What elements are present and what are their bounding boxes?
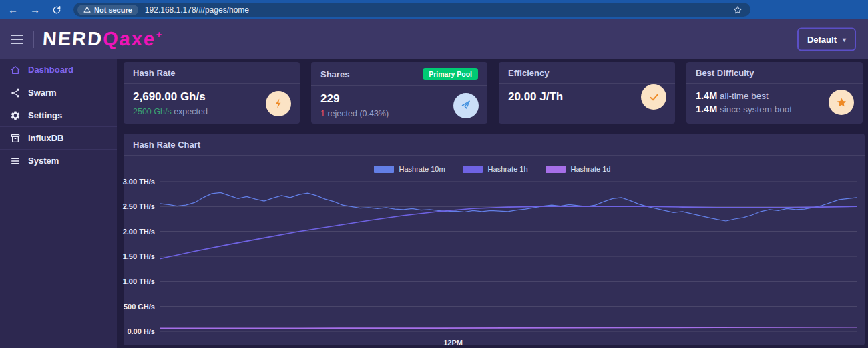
legend-swatch	[374, 166, 394, 173]
profile-selector-button[interactable]: Default ▾	[797, 27, 856, 51]
y-axis-tick: 0.00 H/s	[127, 327, 155, 335]
legend-label: Hashrate 10m	[399, 165, 445, 173]
y-axis-tick: 2.50 TH/s	[123, 202, 155, 210]
y-axis-tick: 1.00 TH/s	[123, 277, 155, 285]
all-time-label: all-time best	[720, 91, 769, 101]
star-icon	[836, 97, 847, 108]
gear-icon	[10, 110, 21, 121]
profile-selector-label: Default	[807, 34, 837, 44]
y-axis-tick: 2.00 TH/s	[123, 228, 155, 236]
chevron-down-icon: ▾	[843, 35, 846, 43]
legend-item[interactable]: Hashrate 1d	[546, 165, 611, 173]
sidebar-item-system[interactable]: System	[0, 150, 117, 172]
card-title: Shares	[320, 69, 349, 79]
series-line-hashrate-1d	[160, 327, 857, 329]
sidebar-item-influxdb[interactable]: InfluxDB	[0, 127, 117, 150]
app-logo[interactable]: NERDQaxe+	[42, 28, 164, 50]
legend-item[interactable]: Hashrate 1h	[463, 165, 528, 173]
database-icon	[10, 133, 21, 144]
not-secure-label: Not secure	[94, 6, 132, 14]
forward-icon[interactable]: →	[30, 5, 40, 15]
all-time-value: 1.4M	[696, 90, 717, 101]
best-difficulty-status-icon	[829, 90, 854, 115]
hash-rate-card: Hash Rate 2,690.00 Gh/s 2500 Gh/s expect…	[124, 62, 300, 124]
bookmark-star-icon[interactable]	[733, 5, 742, 15]
url-text: 192.168.1.178/#/pages/home	[145, 5, 249, 15]
sidebar-item-settings[interactable]: Settings	[0, 104, 117, 127]
back-icon[interactable]: ←	[8, 5, 18, 15]
sidebar-item-label: Dashboard	[28, 65, 73, 75]
hash-rate-chart-card: Hash Rate Chart Hashrate 10mHashrate 1hH…	[124, 134, 865, 345]
card-title: Best Difficulty	[696, 68, 754, 78]
expected-value: 2500 Gh/s	[133, 107, 172, 116]
efficiency-card: Efficiency 20.00 J/Th	[499, 62, 675, 124]
sidebar-item-dashboard[interactable]: Dashboard	[0, 59, 117, 81]
best-difficulty-card: Best Difficulty 1.4M all-time best 1.4M …	[686, 62, 863, 124]
chart-legend: Hashrate 10mHashrate 1hHashrate 1d	[128, 158, 857, 178]
check-icon	[648, 92, 660, 103]
home-icon	[10, 65, 21, 75]
share-nodes-icon	[10, 88, 21, 98]
logo-accent: Qaxe	[102, 28, 156, 49]
expected-label: expected	[174, 107, 208, 116]
hash-rate-status-icon	[266, 91, 291, 116]
sidebar-item-label: InfluxDB	[28, 133, 63, 143]
card-title: Efficiency	[508, 68, 549, 78]
paper-plane-icon	[460, 99, 472, 111]
legend-swatch	[546, 166, 566, 173]
logo-primary: NERD	[42, 28, 103, 49]
logo-superscript: +	[156, 29, 164, 40]
menu-toggle-icon[interactable]	[11, 35, 23, 44]
legend-swatch	[463, 166, 483, 173]
chart-x-axis: 12PM	[160, 335, 857, 348]
sidebar-item-label: System	[28, 156, 59, 166]
sidebar-nav: Dashboard Swarm Settings InfluxDB System	[0, 59, 117, 348]
warning-icon	[83, 6, 91, 13]
browser-toolbar: ← → Not secure 192.168.1.178/#/pages/hom…	[0, 0, 868, 19]
y-axis-tick: 3.00 TH/s	[123, 178, 155, 186]
sidebar-item-swarm[interactable]: Swarm	[0, 81, 117, 104]
bolt-icon	[273, 98, 284, 109]
rejected-count: 1	[320, 109, 325, 118]
list-icon	[10, 156, 21, 166]
legend-label: Hashrate 1h	[488, 165, 528, 173]
address-bar[interactable]: Not secure 192.168.1.178/#/pages/home	[73, 3, 750, 17]
chart-y-axis: 3.00 TH/s2.50 TH/s2.00 TH/s1.50 TH/s1.00…	[128, 178, 160, 335]
not-secure-badge[interactable]: Not secure	[77, 5, 138, 15]
legend-label: Hashrate 1d	[571, 165, 611, 173]
sidebar-item-label: Settings	[28, 110, 62, 120]
series-line-hashrate-1h	[160, 206, 857, 258]
boot-label: since system boot	[720, 104, 792, 114]
sidebar-item-label: Swarm	[28, 88, 57, 98]
efficiency-status-icon	[641, 84, 666, 110]
primary-pool-badge: Primary Pool	[423, 68, 478, 80]
header-divider	[33, 31, 34, 48]
shares-status-icon	[453, 93, 479, 118]
boot-value: 1.4M	[696, 104, 717, 114]
app-header: NERDQaxe+ Default ▾	[0, 19, 868, 59]
shares-card: Shares Primary Pool 229 1 rejected (0.43…	[311, 62, 487, 124]
y-axis-tick: 500 GH/s	[124, 303, 155, 311]
legend-item[interactable]: Hashrate 10m	[374, 165, 445, 173]
chart-plot-area[interactable]	[160, 178, 857, 335]
chart-title: Hash Rate Chart	[133, 140, 200, 150]
refresh-icon[interactable]	[52, 5, 61, 15]
x-axis-tick: 12PM	[443, 339, 463, 347]
main-content: Hash Rate 2,690.00 Gh/s 2500 Gh/s expect…	[117, 59, 868, 348]
y-axis-tick: 1.50 TH/s	[123, 252, 155, 260]
rejected-label: rejected (0.43%)	[327, 109, 389, 118]
hashrate-chart[interactable]	[160, 178, 857, 335]
card-title: Hash Rate	[133, 68, 176, 78]
